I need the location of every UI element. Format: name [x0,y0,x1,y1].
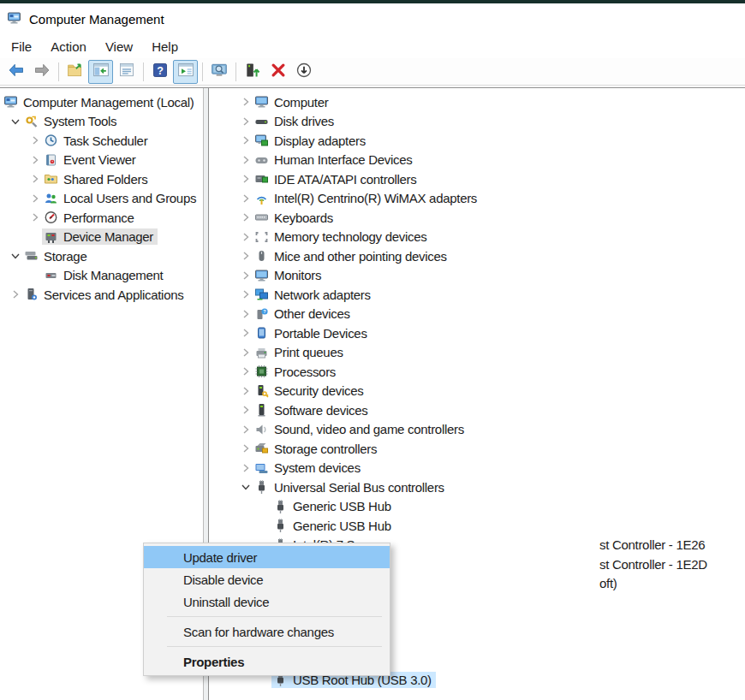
tree-item-performance[interactable]: Performance [0,208,203,228]
menu-help[interactable]: Help [142,37,188,56]
chevron-right-icon[interactable] [237,97,254,107]
chevron-right-icon[interactable] [27,212,44,222]
menu-file[interactable]: File [2,37,41,56]
tree-item-universal-serial-bus-controllers[interactable]: Universal Serial Bus controllers [209,478,745,497]
tree-item-computer-management-local[interactable]: Computer Management (Local) [0,92,203,112]
context-menu-item-uninstall-device[interactable]: Uninstall device [144,590,390,613]
chevron-right-icon[interactable] [237,366,254,377]
tree-item-processors[interactable]: Processors [209,362,745,382]
tree-item-security-devices[interactable]: Security devices [209,382,745,401]
tree-item-label: System Tools [44,114,116,128]
chevron-right-icon[interactable] [237,443,254,454]
chevron-right-icon[interactable] [237,405,254,415]
tree-item-keyboards[interactable]: Keyboards [209,208,745,228]
show-hide-console-tree-button[interactable] [88,60,113,84]
scan-for-hardware-changes-button[interactable] [206,60,231,84]
export-list-button[interactable] [63,60,87,84]
system-devices-icon [254,461,269,475]
chevron-right-icon[interactable] [237,212,254,222]
uninstall-device-button[interactable] [265,60,290,84]
tree-item-human-interface-devices[interactable]: Human Interface Devices [209,151,745,170]
update-driver-button[interactable] [240,60,265,84]
monitor-icon [254,95,269,109]
context-menu-item-disable-device[interactable]: Disable device [144,568,390,590]
chevron-right-icon[interactable] [27,135,44,145]
uninstall-device-icon [270,62,287,81]
context-menu-item-scan-for-hardware-changes[interactable]: Scan for hardware changes [144,620,390,643]
chevron-right-icon[interactable] [237,328,254,338]
tree-item-ide-ata-atapi-controllers[interactable]: IDE ATA/ATAPI controllers [209,169,745,189]
chevron-right-icon[interactable] [27,174,44,184]
tree-item-local-users-and-groups[interactable]: Local Users and Groups [0,189,203,209]
tree-item-generic-usb-hub[interactable]: Generic USB Hub [209,516,745,536]
tree-item-disk-drives[interactable]: Disk drives [209,112,745,132]
tree-item-label-tail: oft) [599,576,617,590]
tree-item-label: Keyboards [274,211,333,225]
disable-device-button[interactable] [291,60,316,84]
menu-action[interactable]: Action [41,37,96,56]
tree-item-sound-video-and-game-controllers[interactable]: Sound, video and game controllers [209,420,745,440]
tree-item-shared-folders[interactable]: Shared Folders [0,169,203,189]
chevron-right-icon[interactable] [237,116,254,127]
properties-button[interactable] [114,60,139,84]
chevron-right-icon[interactable] [237,135,254,145]
tree-item-memory-technology-devices[interactable]: Memory technology devices [209,228,745,247]
tree-item-system-devices[interactable]: System devices [209,459,745,478]
tree-item-other-devices[interactable]: ?Other devices [209,305,745,324]
chevron-down-icon[interactable] [7,116,24,127]
chevron-right-icon[interactable] [237,424,254,435]
chevron-right-icon[interactable] [237,270,254,281]
tree-item-mice-and-other-pointing-devices[interactable]: Mice and other pointing devices [209,246,745,266]
tree-item-label: Task Scheduler [63,133,147,148]
chevron-right-icon[interactable] [237,155,254,165]
forward-button[interactable] [29,60,54,84]
tree-item-system-tools[interactable]: System Tools [0,112,203,132]
network-icon [254,288,269,301]
chevron-right-icon[interactable] [237,309,254,319]
chevron-right-icon[interactable] [27,193,44,204]
tree-item-monitors[interactable]: Monitors [209,266,745,286]
chevron-right-icon[interactable] [237,386,254,396]
chevron-right-icon[interactable] [237,251,254,261]
tree-item-storage[interactable]: Storage [0,246,203,266]
disk-management-icon [44,269,58,282]
chevron-right-icon[interactable] [27,155,44,165]
tree-item-display-adapters[interactable]: Display adapters [209,131,745,151]
chevron-right-icon[interactable] [237,347,254,358]
tree-item-services-and-applications[interactable]: Services and Applications [0,285,203,305]
chevron-right-icon[interactable] [7,289,24,300]
context-menu-item-properties[interactable]: Properties [144,650,390,673]
context-menu-item-update-driver[interactable]: Update driver [144,546,390,568]
keyboard-icon [254,211,269,224]
tree-item-event-viewer[interactable]: Event Viewer [0,151,203,170]
scan-hardware-icon [211,62,228,81]
tree-item-label: Other devices [274,306,350,321]
chevron-right-icon[interactable] [237,232,254,242]
back-button[interactable] [3,60,28,84]
tree-item-software-devices[interactable]: Software devices [209,400,745,420]
chevron-down-icon[interactable] [7,251,24,261]
help-button[interactable]: ? [147,60,172,84]
tree-item-device-manager[interactable]: Device Manager [0,228,203,247]
chevron-right-icon[interactable] [237,463,254,473]
tree-item-label: IDE ATA/ATAPI controllers [274,172,416,187]
chevron-right-icon[interactable] [237,174,254,184]
chevron-down-icon[interactable] [237,482,254,492]
tree-item-portable-devices[interactable]: Portable Devices [209,323,745,343]
usb-icon [254,480,269,494]
tree-item-storage-controllers[interactable]: Storage controllers [209,439,745,459]
wimax-icon [254,192,269,205]
tree-item-task-scheduler[interactable]: Task Scheduler [0,131,203,151]
menu-view[interactable]: View [96,37,142,56]
tree-item-disk-management[interactable]: Disk Management [0,266,203,286]
tree-item-label: Sound, video and game controllers [274,422,464,436]
tree-item-print-queues[interactable]: Print queues [209,343,745,363]
tree-item-generic-usb-hub[interactable]: Generic USB Hub [209,497,745,517]
chevron-right-icon[interactable] [237,193,254,204]
tree-item-intel-r-centrino-r-wimax-adapters[interactable]: Intel(R) Centrino(R) WiMAX adapters [209,189,745,209]
tree-item-network-adapters[interactable]: Network adapters [209,285,745,305]
chevron-right-icon[interactable] [237,289,254,300]
tree-item-label: Monitors [274,268,321,282]
show-hide-action-pane-button[interactable] [173,60,198,84]
tree-item-computer[interactable]: Computer [209,92,745,112]
